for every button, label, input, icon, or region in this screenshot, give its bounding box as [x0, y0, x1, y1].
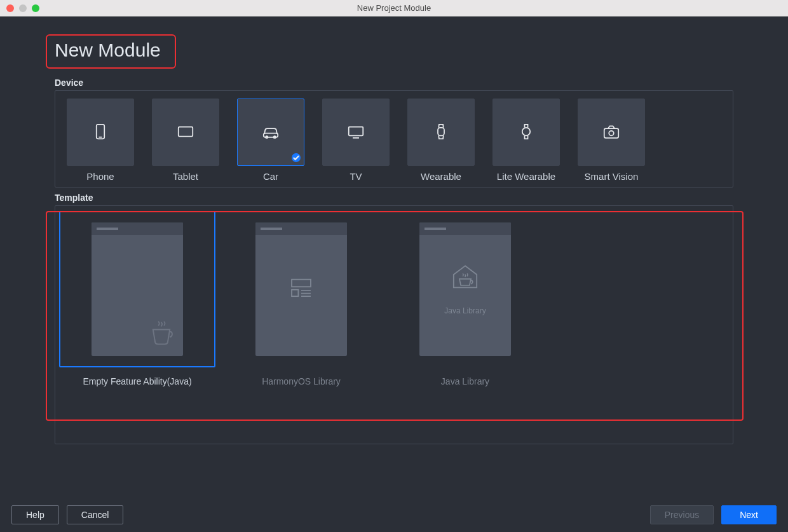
template-option-harmonyos-library[interactable]: HarmonyOS Library [222, 210, 381, 388]
template-panel: Empty Feature Ability(Java) [55, 205, 733, 444]
device-option-smart-vision[interactable]: Smart Vision [578, 99, 645, 182]
lite-wearable-icon [517, 122, 536, 143]
cancel-button[interactable]: Cancel [67, 505, 124, 524]
template-card [255, 222, 347, 356]
template-section-label: Template [55, 193, 733, 203]
device-option-car[interactable]: Car [237, 99, 304, 182]
device-label: Smart Vision [585, 171, 639, 182]
svg-rect-10 [604, 128, 619, 138]
svg-rect-6 [349, 126, 363, 135]
template-card [92, 222, 183, 356]
svg-rect-12 [292, 280, 311, 287]
device-option-wearable[interactable]: Wearable [407, 99, 475, 182]
phone-icon [91, 122, 110, 143]
device-label: TV [350, 171, 362, 182]
device-label: Car [263, 171, 278, 182]
svg-point-11 [609, 130, 614, 135]
library-icon [287, 274, 316, 305]
device-section-label: Device [55, 78, 733, 88]
template-option-java-library[interactable]: Java Library Java Library [386, 210, 545, 388]
java-cup-icon [147, 320, 175, 350]
template-option-empty-feature-ability[interactable]: Empty Feature Ability(Java) [58, 210, 217, 388]
java-library-icon [449, 262, 481, 296]
device-label: Tablet [173, 171, 198, 182]
camera-icon [602, 122, 621, 143]
window-titlebar: New Project Module [0, 0, 788, 17]
next-button[interactable]: Next [721, 505, 777, 524]
svg-rect-8 [438, 127, 444, 135]
page-title: New Module [55, 39, 161, 61]
device-option-tv[interactable]: TV [322, 99, 390, 182]
check-icon [292, 153, 301, 162]
device-option-lite-wearable[interactable]: Lite Wearable [492, 99, 560, 182]
help-button[interactable]: Help [11, 505, 59, 524]
svg-rect-13 [292, 290, 298, 296]
previous-button: Previous [650, 505, 714, 524]
template-card-caption: Java Library [419, 306, 511, 315]
template-label: Empty Feature Ability(Java) [83, 376, 191, 386]
wearable-icon [431, 122, 451, 143]
device-label: Lite Wearable [497, 171, 555, 182]
template-card: Java Library [419, 222, 511, 356]
svg-point-9 [522, 127, 531, 135]
device-label: Wearable [421, 171, 461, 182]
template-label: HarmonyOS Library [262, 376, 341, 386]
device-option-tablet[interactable]: Tablet [152, 99, 219, 182]
device-label: Phone [86, 171, 114, 182]
window-title: New Project Module [0, 3, 788, 13]
tv-icon [346, 122, 365, 143]
tablet-icon [176, 122, 195, 143]
svg-rect-2 [179, 126, 193, 136]
device-panel: Phone Tablet [55, 90, 733, 188]
car-icon [261, 122, 280, 143]
dialog-footer: Help Cancel Previous Next [0, 505, 788, 524]
device-option-phone[interactable]: Phone [67, 99, 134, 182]
template-label: Java Library [441, 376, 489, 386]
page-title-highlight: New Module [46, 34, 176, 69]
